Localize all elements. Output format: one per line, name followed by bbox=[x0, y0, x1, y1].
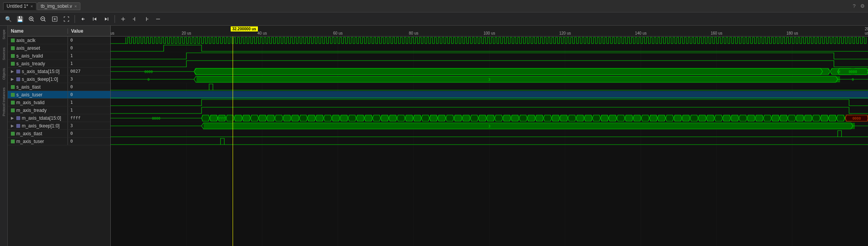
tab-sobel[interactable]: tb_img_sobel.v × bbox=[37, 2, 80, 10]
signal-row[interactable]: s_axis_tready1 bbox=[8, 60, 110, 68]
tab-sobel-label: tb_img_sobel.v bbox=[41, 3, 72, 9]
signal-label: axis_areset bbox=[16, 45, 40, 51]
signal-type-icon bbox=[11, 54, 15, 58]
cursor-time-label: 32.200000 us bbox=[231, 26, 258, 31]
go-start-button[interactable] bbox=[90, 14, 100, 24]
signal-row[interactable]: s_axis_tlast0 bbox=[8, 83, 110, 91]
sidebar-item-protocol[interactable]: Protocol Instances bbox=[1, 87, 7, 117]
tab-untitled-close[interactable]: × bbox=[30, 4, 33, 9]
svg-line-6 bbox=[44, 20, 46, 21]
signal-row[interactable]: m_axis_tlast0 bbox=[8, 130, 110, 138]
signal-type-icon bbox=[11, 101, 15, 105]
signal-panel: Name Value axis_aclk0axis_areset0s_axis_… bbox=[8, 26, 111, 246]
sidebar-item-sources[interactable]: Sources bbox=[1, 47, 7, 61]
signal-name-cell: s_axis_tlast bbox=[8, 83, 68, 91]
svg-marker-13 bbox=[94, 17, 96, 21]
signal-row[interactable]: ▶s_axis_tkeep[1:0]3 bbox=[8, 75, 110, 83]
left-sidebar: Scope Sources Objects Protocol Instances bbox=[0, 26, 8, 246]
signal-type-icon bbox=[16, 70, 20, 73]
svg-marker-15 bbox=[105, 17, 107, 21]
signal-row[interactable]: m_axis_tvalid1 bbox=[8, 99, 110, 106]
time-ruler: 32.200000 us 0 us20 us40 us60 us80 us100… bbox=[111, 26, 868, 37]
sidebar-item-objects[interactable]: Objects bbox=[1, 67, 7, 81]
sidebar-item-scope[interactable]: Scope bbox=[1, 29, 7, 40]
signal-name-cell: m_axis_tready bbox=[8, 106, 68, 114]
signal-name-cell: axis_areset bbox=[8, 44, 68, 52]
zoom-search-button[interactable]: 🔍 bbox=[3, 14, 13, 24]
signal-type-icon bbox=[11, 46, 15, 50]
signal-value-cell: 3 bbox=[68, 123, 75, 128]
signal-label: s_axis_tready bbox=[16, 61, 45, 66]
col-value-header: Value bbox=[68, 28, 86, 34]
signal-label: m_axis_tvalid bbox=[16, 100, 45, 105]
signal-label: s_axis_tvalid bbox=[16, 53, 43, 59]
ruler-tick-label: 120 us bbox=[559, 31, 571, 35]
signal-value-cell: 1 bbox=[68, 108, 75, 113]
waveforms-container[interactable] bbox=[111, 37, 868, 246]
waveform-canvas[interactable] bbox=[111, 37, 868, 246]
signal-row[interactable]: axis_areset0 bbox=[8, 44, 110, 52]
full-screen-button[interactable] bbox=[61, 14, 71, 24]
sep1 bbox=[75, 15, 75, 23]
go-end-button[interactable] bbox=[101, 14, 111, 24]
ruler-tick-label: 200 us bbox=[865, 27, 868, 35]
cursor-line bbox=[233, 37, 233, 246]
save-button[interactable]: 💾 bbox=[15, 14, 25, 24]
ruler-tick-label: 0 us bbox=[111, 31, 114, 35]
signal-label: axis_aclk bbox=[16, 38, 35, 43]
main-area: Scope Sources Objects Protocol Instances… bbox=[0, 26, 868, 246]
signal-header: Name Value bbox=[8, 26, 110, 37]
zoom-fit-button[interactable] bbox=[50, 14, 60, 24]
signal-type-icon bbox=[11, 93, 15, 97]
signal-name-cell: s_axis_tready bbox=[8, 60, 68, 67]
signal-row[interactable]: ▶m_axis_tkeep[1:0]3 bbox=[8, 122, 110, 130]
signal-value-cell: 1 bbox=[68, 53, 75, 58]
prev-signal-button[interactable] bbox=[78, 14, 88, 24]
signal-row[interactable]: m_axis_tuser0 bbox=[8, 138, 110, 145]
expand-arrow-icon[interactable]: ▶ bbox=[11, 116, 14, 120]
signal-row[interactable]: s_axis_tvalid1 bbox=[8, 52, 110, 60]
col-name-header: Name bbox=[8, 28, 68, 34]
add-marker-button[interactable] bbox=[118, 14, 128, 24]
signal-label: m_axis_tready bbox=[16, 108, 47, 113]
signal-name-cell: m_axis_tvalid bbox=[8, 99, 68, 106]
signal-type-icon bbox=[11, 108, 15, 112]
help-icon[interactable]: ? bbox=[853, 3, 856, 9]
signal-type-icon bbox=[11, 38, 15, 42]
signal-row[interactable]: ▶m_axis_tdata[15:0]ffff bbox=[8, 114, 110, 122]
signal-row[interactable]: s_axis_tuser0 bbox=[8, 91, 110, 99]
marker-left-button[interactable] bbox=[130, 14, 140, 24]
signal-value-cell: 0 bbox=[68, 131, 75, 136]
zoom-in-button[interactable] bbox=[26, 14, 37, 24]
marker-right-button[interactable] bbox=[141, 14, 151, 24]
tab-sobel-close[interactable]: × bbox=[75, 4, 77, 9]
ruler-tick-label: 60 us bbox=[333, 31, 343, 35]
expand-arrow-icon[interactable]: ▶ bbox=[11, 124, 14, 128]
expand-arrow-icon[interactable]: ▶ bbox=[11, 77, 14, 81]
signal-name-cell: m_axis_tlast bbox=[8, 130, 68, 137]
signal-value-cell: 0 bbox=[68, 38, 75, 43]
signal-value-cell: 0027 bbox=[68, 69, 83, 74]
expand-arrow-icon[interactable]: ▶ bbox=[11, 69, 14, 73]
marker-del-button[interactable] bbox=[153, 14, 163, 24]
sep2 bbox=[115, 15, 115, 23]
waveform-area[interactable]: 32.200000 us 0 us20 us40 us60 us80 us100… bbox=[111, 26, 868, 246]
signal-label: m_axis_tuser bbox=[16, 139, 44, 144]
zoom-out-button[interactable] bbox=[38, 14, 48, 24]
signal-row[interactable]: ▶s_axis_tdata[15:0]0027 bbox=[8, 68, 110, 75]
signal-type-icon bbox=[16, 124, 20, 128]
signal-row[interactable]: axis_aclk0 bbox=[8, 37, 110, 44]
signal-type-icon bbox=[16, 77, 20, 81]
ruler-tick-label: 20 us bbox=[182, 31, 191, 35]
signal-name-cell: s_axis_tuser bbox=[8, 91, 68, 98]
signal-row[interactable]: m_axis_tready1 bbox=[8, 106, 110, 114]
signal-name-cell: ▶s_axis_tdata[15:0] bbox=[8, 68, 68, 75]
signal-type-icon bbox=[11, 85, 15, 89]
titlebar: Untitled 1* × tb_img_sobel.v × ? ⚙ bbox=[0, 0, 868, 12]
ruler-ticks: 0 us20 us40 us60 us80 us100 us120 us140 … bbox=[111, 28, 868, 36]
signal-name-cell: m_axis_tuser bbox=[8, 138, 68, 145]
title-actions: ? ⚙ bbox=[853, 3, 865, 9]
settings-icon[interactable]: ⚙ bbox=[860, 3, 865, 9]
signal-label: m_axis_tlast bbox=[16, 131, 42, 136]
tab-untitled[interactable]: Untitled 1* × bbox=[3, 2, 37, 10]
